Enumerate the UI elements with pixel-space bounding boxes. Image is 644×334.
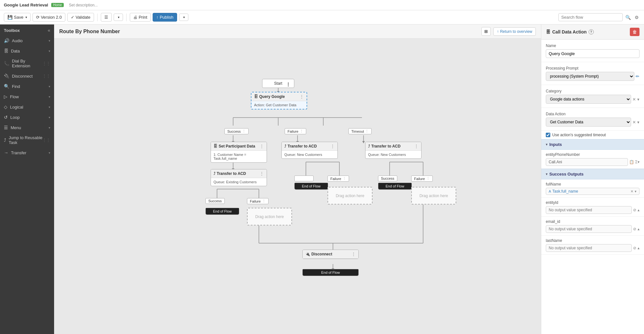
return-overview-button[interactable]: ↑ Return to overview <box>493 27 536 36</box>
sidebar-item-find[interactable]: 🔍Find ▾ <box>0 81 54 91</box>
node-transfer-acd-2[interactable]: ⤴Transfer to ACD ⋮ Queue: New Customers <box>281 142 338 159</box>
sidebar-item-audio[interactable]: 🔊Audio ▾ <box>0 35 54 46</box>
panel-delete-button[interactable]: 🗑 <box>630 28 639 36</box>
layout-button[interactable]: ⊞ <box>481 27 491 36</box>
save-button[interactable]: 💾 Save ▾ <box>4 13 31 22</box>
success1-menu[interactable]: ⋮ <box>242 129 246 133</box>
disconnect-drag-handle[interactable]: ⋮⋮ <box>43 74 50 78</box>
drag-placeholder-1[interactable]: Drag action here <box>247 208 292 225</box>
print-button[interactable]: 🖨 Print <box>130 13 151 22</box>
processing-edit-button[interactable]: ✏ <box>636 74 639 79</box>
search-input[interactable] <box>558 13 623 21</box>
set-participant-header: 🗄Set Participant Data ⋮ <box>211 142 267 151</box>
failure-acd3-menu[interactable]: ⋮ <box>426 177 430 181</box>
node-transfer-acd-3[interactable]: ⤴Transfer to ACD ⋮ Queue: New Customers <box>365 142 421 159</box>
publish-button[interactable]: ↑ Publish <box>153 13 177 22</box>
validate-button[interactable]: ✓ Validate <box>67 13 94 22</box>
entity-phone-expand-btn[interactable]: Σ▾ <box>635 160 639 164</box>
drag-placeholder-3[interactable]: Drag action here <box>411 187 456 205</box>
set-description[interactable]: Set description... <box>69 3 98 7</box>
panel-help-icon[interactable]: ? <box>589 29 594 34</box>
use-timeout-checkbox[interactable] <box>546 133 550 137</box>
sidebar-item-logical[interactable]: ◇Logical ▾ <box>0 102 54 112</box>
search-icon-button[interactable]: 🔍 <box>624 14 632 21</box>
data-action-expand-btn[interactable]: ▾ <box>637 120 639 125</box>
start-menu-btn[interactable]: ⋮ <box>284 81 293 88</box>
node-query-google[interactable]: 🗄Query Google ⋮ Action: Get Customer Dat… <box>251 92 307 110</box>
full-name-clear-btn[interactable]: ✕ <box>630 189 633 194</box>
sidebar-item-flow[interactable]: ▷Flow ▾ <box>0 91 54 102</box>
entity-id-input[interactable] <box>546 206 632 214</box>
sidebar-collapse-button[interactable]: « <box>48 28 50 33</box>
list-view-button[interactable]: ☰ <box>101 13 112 22</box>
dial-drag-handle[interactable]: ⋮⋮ <box>43 61 50 66</box>
entity-phone-input[interactable] <box>546 158 628 166</box>
email-id-input[interactable] <box>546 225 632 233</box>
entity-phone-copy-btn[interactable]: 📋 <box>629 160 634 164</box>
last-name-expand-btn[interactable]: ▴ <box>638 246 639 250</box>
panel-name-section: Name <box>541 40 644 62</box>
query-google-body: Action: Get Customer Data <box>251 101 307 109</box>
node-disconnect[interactable]: 🔌Disconnect ⋮ <box>302 250 359 259</box>
category-clear-btn[interactable]: ✕ <box>632 97 636 102</box>
email-id-expand-btn[interactable]: ▴ <box>638 227 639 231</box>
find-icon: 🔍 <box>4 84 9 89</box>
sidebar-item-data[interactable]: 🗄Data ▾ <box>0 46 54 56</box>
failure-acd2-menu[interactable]: ⋮ <box>343 177 346 181</box>
disconnect-menu[interactable]: ⋮ <box>351 252 356 257</box>
success-outputs-section-header[interactable]: ▾ Success Outputs <box>541 169 644 179</box>
participant-icon: 🗄 <box>213 144 217 148</box>
use-timeout-row: Use action's suggested timeout <box>541 131 644 139</box>
category-select[interactable]: Google data actions <box>546 95 631 104</box>
category-expand-btn[interactable]: ▾ <box>637 97 639 102</box>
publish-caret-button[interactable]: ▾ <box>179 14 188 21</box>
last-name-field: lastName ⊘ ▴ <box>541 236 644 255</box>
sidebar-header: Toolbox « <box>0 24 54 35</box>
gear-button[interactable]: ⚙ <box>633 14 640 21</box>
list-caret-button[interactable]: ▾ <box>114 14 123 21</box>
entity-id-field: entityId ⊘ ▴ <box>541 198 644 217</box>
menu-chevron: ▾ <box>49 126 50 129</box>
failure-acd1-menu[interactable]: ⋮ <box>262 199 266 203</box>
name-input[interactable] <box>546 49 639 58</box>
node-set-participant[interactable]: 🗄Set Participant Data ⋮ 1: Customer Name… <box>211 142 267 163</box>
node-transfer-acd-1[interactable]: ⤴Transfer to ACD ⋮ Queue: Existing Custo… <box>211 169 267 186</box>
sidebar-item-jump[interactable]: ⤴Jump to Reusable Task ⋮⋮ <box>0 133 54 148</box>
entity-phone-field: entityPhoneNumber 📋 Σ▾ <box>541 150 644 169</box>
transfer-acd3-menu[interactable]: ⋮ <box>414 144 419 149</box>
drag-placeholder-2[interactable]: Drag action here <box>327 187 373 205</box>
sidebar-item-transfer[interactable]: →Transfer ▾ <box>0 148 54 158</box>
connector-success-1: Success ⋮ <box>224 128 249 134</box>
failure1-menu[interactable]: ⋮ <box>300 129 303 133</box>
processing-prompt-select[interactable]: processing (System Prompt) <box>546 72 634 81</box>
entity-id-input-wrap: ⊘ ▴ <box>546 206 639 214</box>
sidebar-item-loop[interactable]: ↺Loop ▾ <box>0 112 54 122</box>
version-button[interactable]: ⟳ Version 2.0 <box>33 13 65 22</box>
data-action-clear-btn[interactable]: ✕ <box>632 120 636 125</box>
entity-id-clear-btn[interactable]: ⊘ <box>633 208 636 212</box>
query-google-menu[interactable]: ⋮ <box>299 94 304 99</box>
sidebar-item-dial[interactable]: 📞Dial By Extension ⋮⋮ <box>0 56 54 71</box>
jump-drag-handle[interactable]: ⋮⋮ <box>43 138 50 142</box>
full-name-value: Task.full_name <box>552 189 629 194</box>
transfer-acd2-menu[interactable]: ⋮ <box>330 144 335 149</box>
transfer-acd1-body: Queue: Existing Customers <box>211 178 267 186</box>
connector-failure-acd3: Failure ⋮ <box>411 176 433 182</box>
timeout1-menu[interactable]: ⋮ <box>365 129 369 133</box>
return-icon: ↑ <box>497 29 499 34</box>
sidebar-item-menu[interactable]: ☰Menu ▾ <box>0 122 54 133</box>
full-name-menu-btn[interactable]: ▾ <box>635 189 637 194</box>
last-name-input[interactable] <box>546 244 632 252</box>
node-start[interactable]: Start ⋮ <box>262 79 294 88</box>
data-action-select[interactable]: Get Customer Data <box>546 118 631 127</box>
toolbar: 💾 Save ▾ ⟳ Version 2.0 ✓ Validate ☰ ▾ 🖨 … <box>0 10 644 24</box>
last-name-clear-btn[interactable]: ⊘ <box>633 246 636 250</box>
entity-id-expand-btn[interactable]: ▴ <box>638 208 639 212</box>
transfer-acd3-header: ⤴Transfer to ACD ⋮ <box>365 142 421 151</box>
flow-canvas[interactable]: Start ⋮ 🗄Query Google ⋮ Action: Get Cust… <box>54 39 541 334</box>
set-participant-menu[interactable]: ⋮ <box>260 144 264 149</box>
email-id-clear-btn[interactable]: ⊘ <box>633 227 636 231</box>
inputs-section-header[interactable]: ▾ Inputs <box>541 139 644 150</box>
transfer-acd1-menu[interactable]: ⋮ <box>260 171 264 176</box>
sidebar-item-disconnect[interactable]: 🔌Disconnect ⋮⋮ <box>0 71 54 81</box>
